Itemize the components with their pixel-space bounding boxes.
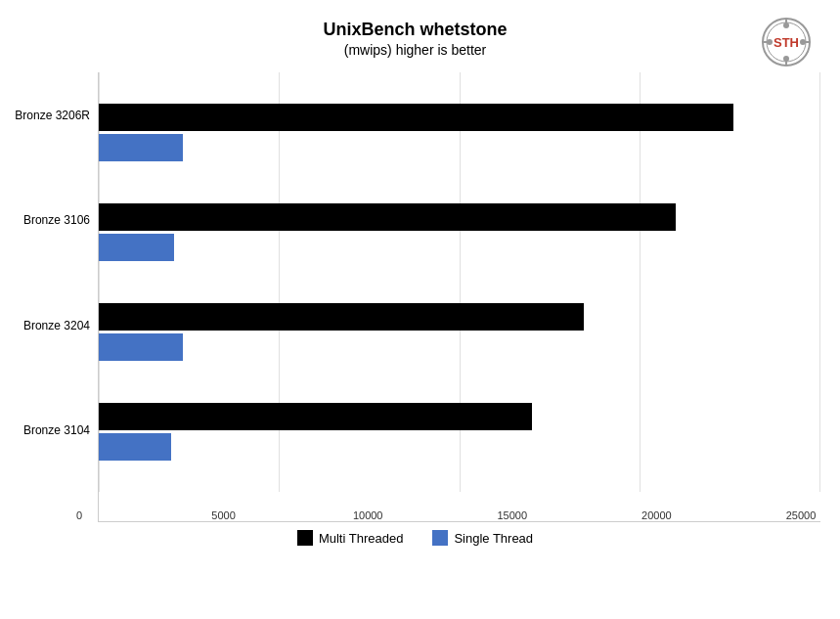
- svg-point-8: [783, 22, 789, 28]
- svg-point-6: [767, 39, 773, 45]
- legend-multi-threaded-color: [297, 530, 313, 546]
- single-thread-bar: [99, 333, 183, 361]
- legend-multi-threaded-label: Multi Threaded: [319, 531, 403, 546]
- multi-threaded-bar: [99, 104, 733, 131]
- bar-group: [99, 193, 820, 271]
- multi-threaded-bar-wrapper: [99, 303, 820, 331]
- single-thread-bar-wrapper: [99, 333, 820, 361]
- multi-threaded-bar: [99, 303, 584, 331]
- single-thread-bar-wrapper: [99, 134, 820, 161]
- legend-multi-threaded: Multi Threaded: [297, 530, 403, 546]
- multi-threaded-bar-wrapper: [99, 104, 820, 131]
- bar-group: [99, 93, 820, 171]
- y-label: Bronze 3204: [10, 287, 98, 384]
- x-axis-label: 20000: [637, 509, 676, 521]
- svg-point-7: [800, 39, 806, 45]
- single-thread-bar-wrapper: [99, 433, 820, 461]
- bar-group: [99, 393, 820, 471]
- svg-text:STH: STH: [774, 35, 799, 50]
- chart-title: UnixBench whetstone: [10, 20, 820, 40]
- y-label: Bronze 3206R: [10, 76, 98, 174]
- x-axis-label: 10000: [348, 509, 387, 521]
- sth-logo: STH: [752, 18, 820, 66]
- legend-single-thread-label: Single Thread: [454, 531, 533, 546]
- x-axis-label: 5000: [204, 509, 243, 521]
- single-thread-bar: [99, 433, 171, 461]
- y-axis-labels: Bronze 3206RBronze 3106Bronze 3204Bronze…: [10, 72, 98, 522]
- chart-plot: 0500010000150002000025000: [98, 72, 820, 522]
- multi-threaded-bar-wrapper: [99, 403, 820, 430]
- multi-threaded-bar: [99, 203, 676, 231]
- chart-area: Bronze 3206RBronze 3106Bronze 3204Bronze…: [10, 72, 820, 522]
- x-axis-labels: 0500010000150002000025000: [99, 492, 820, 521]
- multi-threaded-bar-wrapper: [99, 203, 820, 231]
- bars-area: [99, 72, 820, 492]
- legend-single-thread: Single Thread: [432, 530, 533, 546]
- chart-subtitle: (mwips) higher is better: [10, 42, 820, 58]
- x-axis-label: 15000: [493, 509, 532, 521]
- y-label: Bronze 3106: [10, 181, 98, 279]
- multi-threaded-bar: [99, 403, 532, 430]
- single-thread-bar: [99, 234, 174, 261]
- x-axis-label: 25000: [781, 509, 820, 521]
- svg-point-9: [783, 56, 789, 62]
- y-label: Bronze 3104: [10, 391, 98, 489]
- x-axis-label: 0: [60, 509, 99, 521]
- single-thread-bar: [99, 134, 183, 161]
- chart-container: STH UnixBench whetstone (mwips) higher i…: [0, 0, 840, 619]
- bar-group: [99, 293, 820, 372]
- legend-single-thread-color: [432, 530, 448, 546]
- single-thread-bar-wrapper: [99, 234, 820, 261]
- chart-legend: Multi Threaded Single Thread: [10, 530, 820, 546]
